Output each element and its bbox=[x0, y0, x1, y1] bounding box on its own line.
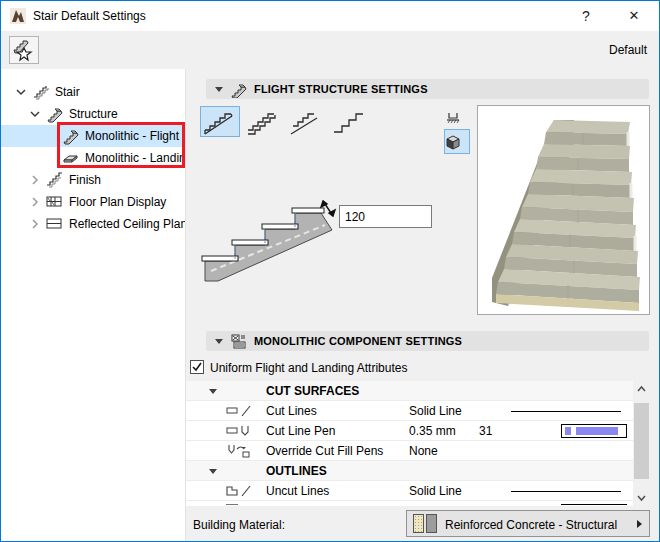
tree-item-reflected-ceiling-plan[interactable]: Reflected Ceiling Plan bbox=[1, 213, 186, 235]
table-row-override-cut-fill-pens[interactable]: Override Cut Fill Pens None bbox=[186, 441, 633, 461]
section-label: CUT SURFACES bbox=[266, 384, 359, 398]
scroll-down-icon[interactable] bbox=[633, 489, 650, 506]
component-settings-header[interactable]: MONOLITHIC COMPONENT SETTINGS bbox=[206, 331, 649, 351]
flight-structure-icon bbox=[230, 81, 247, 98]
title-bar[interactable]: Stair Default Settings ? ✕ bbox=[1, 1, 659, 31]
solid-line-preview bbox=[511, 411, 621, 412]
stepped-beam-stair-button[interactable] bbox=[243, 106, 283, 137]
collapse-triangle-icon bbox=[209, 469, 217, 474]
stair-section-diagram bbox=[201, 189, 339, 291]
table-row-uncut-lines[interactable]: Uncut Lines Solid Line bbox=[186, 481, 633, 501]
solid-line-preview bbox=[511, 491, 621, 492]
scroll-up-icon[interactable] bbox=[633, 381, 650, 398]
monolithic-flight-icon bbox=[62, 127, 80, 145]
chevron-down-icon[interactable] bbox=[13, 84, 29, 100]
uncut-lines-icon bbox=[226, 483, 252, 499]
tree-item-floor-plan-display[interactable]: Floor Plan Display bbox=[1, 191, 186, 213]
finish-icon bbox=[46, 171, 64, 189]
building-material-dropdown[interactable]: Reinforced Concrete - Structural bbox=[406, 510, 650, 537]
table-scrollbar[interactable] bbox=[633, 381, 650, 506]
tree-item-label: Floor Plan Display bbox=[69, 195, 166, 209]
dialog-toolbar: Default bbox=[1, 31, 659, 69]
tree-item-label: Monolithic - Landing bbox=[85, 151, 186, 165]
table-row-cut-line-pen[interactable]: Cut Line Pen 0.35 mm 31 bbox=[186, 421, 633, 441]
row-label: Cut Line Pen bbox=[266, 424, 335, 438]
uniform-attributes-label: Uniform Flight and Landing Attributes bbox=[210, 361, 407, 375]
floor-plan-icon bbox=[46, 193, 64, 211]
stair-default-settings-dialog: Stair Default Settings ? ✕ Default Stair… bbox=[0, 0, 660, 542]
pen-color-block bbox=[565, 427, 571, 435]
chevron-right-icon[interactable] bbox=[27, 216, 43, 232]
flight-structure-header[interactable]: FLIGHT STRUCTURE SETTINGS bbox=[206, 79, 649, 99]
close-button[interactable]: ✕ bbox=[617, 1, 651, 31]
row-value: Solid Line bbox=[409, 404, 462, 418]
building-material-value: Reinforced Concrete - Structural bbox=[445, 518, 617, 532]
row-value: Solid Line bbox=[409, 484, 462, 498]
collapse-triangle-icon bbox=[209, 389, 217, 394]
cantilevered-stair-icon bbox=[330, 108, 368, 136]
monolithic-stair-icon bbox=[201, 108, 239, 136]
tree-item-label: Stair bbox=[55, 85, 80, 99]
symbolic-2d-view-icon bbox=[445, 109, 461, 125]
tree-item-structure[interactable]: Structure bbox=[1, 103, 186, 125]
collapse-triangle-icon bbox=[215, 339, 223, 344]
model-3d-view-icon bbox=[445, 134, 461, 150]
component-attributes-table: CUT SURFACES Cut Lines Solid Line bbox=[186, 381, 633, 506]
uniform-attributes-checkbox[interactable] bbox=[190, 360, 204, 374]
settings-panel: FLIGHT STRUCTURE SETTINGS bbox=[187, 69, 660, 541]
settings-tree: Stair Structure Monolithic - Flight Mono… bbox=[1, 69, 186, 541]
tree-item-stair[interactable]: Stair bbox=[1, 81, 186, 103]
pen-color-block bbox=[576, 427, 618, 435]
tree-item-label: Monolithic - Flight bbox=[85, 129, 179, 143]
stair-favorite-icon bbox=[10, 38, 38, 62]
component-settings-icon bbox=[230, 333, 247, 350]
partial-swatch bbox=[561, 504, 627, 506]
favorites-button[interactable] bbox=[9, 36, 39, 64]
stair-set-icon bbox=[32, 83, 50, 101]
stringer-stair-button[interactable] bbox=[286, 106, 326, 137]
structure-stair-icon bbox=[46, 105, 64, 123]
stepped-beam-stair-icon bbox=[244, 108, 282, 136]
tree-item-finish[interactable]: Finish bbox=[1, 169, 186, 191]
partial-icon bbox=[226, 504, 238, 506]
pen-color-swatch[interactable] bbox=[561, 424, 627, 438]
section-title: MONOLITHIC COMPONENT SETTINGS bbox=[254, 335, 462, 347]
cantilevered-stair-button[interactable] bbox=[329, 106, 369, 137]
cut-line-pen-icon bbox=[226, 423, 252, 439]
chevron-right-icon[interactable] bbox=[27, 172, 43, 188]
window-title: Stair Default Settings bbox=[33, 9, 146, 23]
symbolic-2d-view-button[interactable] bbox=[444, 104, 470, 129]
pen-number: 31 bbox=[479, 424, 492, 438]
override-cut-fill-pens-icon bbox=[226, 443, 252, 459]
row-label: Cut Lines bbox=[266, 404, 317, 418]
scrollbar-thumb[interactable] bbox=[634, 403, 649, 479]
tree-item-monolithic-landing[interactable]: Monolithic - Landing bbox=[1, 147, 186, 169]
building-material-label: Building Material: bbox=[193, 518, 285, 532]
tree-item-monolithic-flight[interactable]: Monolithic - Flight bbox=[1, 125, 186, 147]
flyout-arrow-icon bbox=[637, 520, 642, 528]
help-button[interactable]: ? bbox=[569, 1, 603, 31]
material-fill-swatch bbox=[413, 514, 424, 533]
model-3d-view-button[interactable] bbox=[444, 129, 470, 154]
monolithic-stair-button[interactable] bbox=[200, 106, 240, 137]
flight-thickness-input[interactable] bbox=[339, 205, 432, 228]
table-section-cut-surfaces[interactable]: CUT SURFACES bbox=[186, 381, 633, 401]
section-title: FLIGHT STRUCTURE SETTINGS bbox=[254, 83, 428, 95]
row-value: None bbox=[409, 444, 438, 458]
table-row-cut-lines[interactable]: Cut Lines Solid Line bbox=[186, 401, 633, 421]
section-label: OUTLINES bbox=[266, 464, 327, 478]
tree-item-label: Structure bbox=[69, 107, 118, 121]
cut-lines-icon bbox=[226, 403, 252, 419]
table-section-outlines[interactable]: OUTLINES bbox=[186, 461, 633, 481]
reflected-ceiling-icon bbox=[46, 215, 64, 233]
monolithic-landing-icon bbox=[62, 149, 80, 167]
chevron-down-icon[interactable] bbox=[27, 106, 43, 122]
chevron-right-icon[interactable] bbox=[27, 194, 43, 210]
checkmark-icon bbox=[191, 361, 203, 373]
collapse-triangle-icon bbox=[215, 87, 223, 92]
stringer-stair-icon bbox=[287, 108, 325, 136]
tree-item-label: Reflected Ceiling Plan bbox=[69, 217, 186, 231]
default-label: Default bbox=[609, 43, 647, 57]
stair-3d-preview[interactable] bbox=[477, 105, 650, 315]
material-surface-swatch bbox=[426, 514, 437, 533]
